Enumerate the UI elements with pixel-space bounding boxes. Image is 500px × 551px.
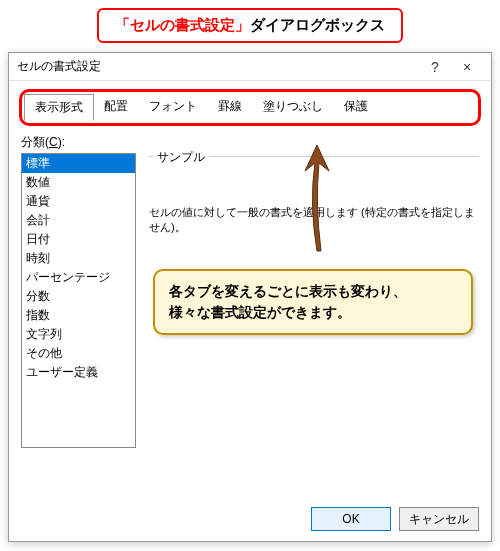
category-item-number[interactable]: 数値 xyxy=(22,173,135,192)
tab-row: 表示形式 配置 フォント 罫線 塗りつぶし 保護 xyxy=(19,89,481,126)
category-item-currency[interactable]: 通貨 xyxy=(22,192,135,211)
help-button[interactable]: ? xyxy=(419,59,451,75)
format-cells-dialog: セルの書式設定 ? × 表示形式 配置 フォント 罫線 塗りつぶし 保護 分類(… xyxy=(8,52,492,542)
annotation-line2: 様々な書式設定ができます。 xyxy=(169,304,351,320)
category-item-standard[interactable]: 標準 xyxy=(22,154,135,173)
header-callout: 「セルの書式設定」ダイアログボックス xyxy=(97,8,403,43)
header-callout-rest: ダイアログボックス xyxy=(250,16,385,33)
tab-number-format[interactable]: 表示形式 xyxy=(24,94,94,121)
tab-border[interactable]: 罫線 xyxy=(208,94,253,121)
button-row: OK キャンセル xyxy=(311,507,479,531)
category-item-fraction[interactable]: 分数 xyxy=(22,287,135,306)
category-listbox[interactable]: 標準 数値 通貨 会計 日付 時刻 パーセンテージ 分数 指数 文字列 その他 … xyxy=(21,153,136,448)
sample-label: サンプル xyxy=(153,149,209,166)
category-item-scientific[interactable]: 指数 xyxy=(22,306,135,325)
annotation-box: 各タブを変えるごとに表示も変わり、 様々な書式設定ができます。 xyxy=(153,269,473,335)
category-item-percentage[interactable]: パーセンテージ xyxy=(22,268,135,287)
category-item-time[interactable]: 時刻 xyxy=(22,249,135,268)
tab-font[interactable]: フォント xyxy=(139,94,208,121)
category-item-date[interactable]: 日付 xyxy=(22,230,135,249)
titlebar: セルの書式設定 ? × xyxy=(9,53,491,81)
category-item-custom[interactable]: ユーザー定義 xyxy=(22,363,135,382)
cancel-button[interactable]: キャンセル xyxy=(399,507,479,531)
close-button[interactable]: × xyxy=(451,59,483,75)
annotation-line1: 各タブを変えるごとに表示も変わり、 xyxy=(169,283,407,299)
tab-alignment[interactable]: 配置 xyxy=(94,94,139,121)
tab-fill[interactable]: 塗りつぶし xyxy=(253,94,334,121)
header-callout-red: 「セルの書式設定」 xyxy=(115,16,250,33)
tab-protection[interactable]: 保護 xyxy=(334,94,379,121)
ok-button[interactable]: OK xyxy=(311,507,391,531)
category-item-text[interactable]: 文字列 xyxy=(22,325,135,344)
annotation-arrow-icon xyxy=(297,143,337,243)
category-label: 分類(C): xyxy=(21,134,479,151)
category-item-accounting[interactable]: 会計 xyxy=(22,211,135,230)
dialog-title: セルの書式設定 xyxy=(17,58,419,75)
category-item-other[interactable]: その他 xyxy=(22,344,135,363)
